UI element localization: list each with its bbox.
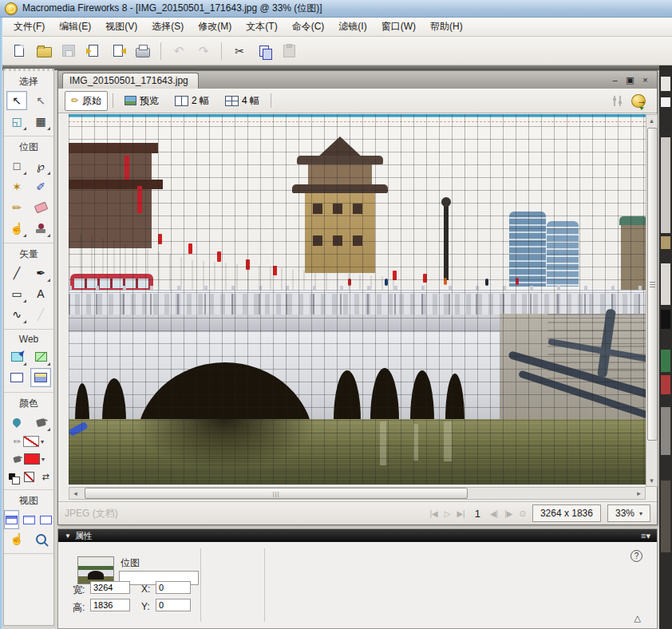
- redo-button[interactable]: ↷: [194, 42, 213, 61]
- four-up-view-button[interactable]: 4 幅: [219, 91, 266, 111]
- full-screen-button[interactable]: [38, 510, 53, 529]
- copy-button[interactable]: [255, 42, 274, 61]
- subselection-tool[interactable]: ↖: [30, 91, 51, 110]
- scroll-up-arrow-icon[interactable]: ▴: [646, 117, 657, 125]
- preview-view-button[interactable]: 预览: [118, 91, 165, 111]
- print-button[interactable]: [133, 42, 152, 61]
- export-button[interactable]: [109, 42, 128, 61]
- document-tab[interactable]: IMG_20150501_171643.jpg: [62, 73, 199, 89]
- previous-frame-icon[interactable]: ◀|: [490, 509, 498, 518]
- new-document-button[interactable]: [10, 42, 29, 61]
- hand-tool[interactable]: ☝: [6, 529, 27, 548]
- next-frame-icon[interactable]: |▶: [504, 509, 512, 518]
- knife-tool[interactable]: ╱: [30, 305, 51, 324]
- pencil-tool[interactable]: ✏: [6, 198, 27, 217]
- eraser-tool[interactable]: [30, 198, 51, 217]
- fill-color-well[interactable]: ▾: [24, 453, 45, 465]
- menu-item-text[interactable]: 文本(T): [239, 18, 284, 36]
- expand-panel-icon[interactable]: △: [634, 613, 641, 623]
- no-color-button[interactable]: [22, 467, 36, 486]
- pointer-tool[interactable]: ↖: [6, 91, 27, 110]
- play-icon[interactable]: ▷: [445, 509, 451, 518]
- hotspot-tool[interactable]: [6, 347, 27, 366]
- undo-button[interactable]: ↶: [169, 42, 188, 61]
- default-colors-button[interactable]: [5, 467, 19, 486]
- properties-panel: ▼ 属性 ≡▾ 位图 宽: X: 高: Y: ? △: [57, 528, 658, 629]
- quick-export-icon[interactable]: [631, 94, 646, 108]
- title-bar[interactable]: Macromedia Fireworks 8 - [IMG_20150501_1…: [0, 0, 672, 18]
- first-frame-icon[interactable]: |◀: [429, 509, 437, 518]
- paste-button[interactable]: [279, 42, 298, 61]
- paint-bucket-tool[interactable]: [30, 413, 51, 432]
- collapse-triangle-icon[interactable]: ▼: [65, 532, 71, 540]
- open-button[interactable]: [34, 42, 53, 61]
- lasso-tool[interactable]: ℘: [30, 156, 51, 176]
- y-input[interactable]: [156, 599, 191, 611]
- smudge-tool[interactable]: ☝: [6, 219, 27, 238]
- swap-colors-button[interactable]: ⇄: [38, 467, 53, 486]
- help-icon[interactable]: ?: [630, 550, 642, 562]
- zoom-level-box[interactable]: 33%▾: [607, 504, 650, 522]
- original-view-button[interactable]: ✏原始: [65, 91, 108, 111]
- marquee-tool[interactable]: □: [6, 156, 27, 176]
- viewbar-right-group: [614, 94, 657, 108]
- scroll-down-arrow-icon[interactable]: ▾: [646, 477, 657, 485]
- full-screen-menus-button[interactable]: [22, 510, 37, 529]
- dock-fragment: [661, 97, 670, 107]
- menu-item-window[interactable]: 窗口(W): [374, 18, 423, 36]
- stroke-color-well[interactable]: ▾: [23, 436, 44, 447]
- two-up-view-button[interactable]: 2 幅: [168, 91, 215, 111]
- zoom-tool[interactable]: [30, 529, 51, 548]
- scroll-right-arrow-icon[interactable]: ▸: [633, 489, 645, 497]
- pen-tool[interactable]: ✒: [30, 263, 51, 283]
- photo-guide-line: [69, 121, 646, 122]
- import-button[interactable]: [84, 42, 103, 61]
- text-tool[interactable]: A: [30, 284, 51, 303]
- menu-item-help[interactable]: 帮助(H): [423, 18, 470, 36]
- eyedropper-tool[interactable]: [6, 413, 27, 432]
- properties-header[interactable]: ▼ 属性 ≡▾: [58, 529, 657, 542]
- tools-section-view-title: 视图: [4, 493, 53, 510]
- standard-screen-button[interactable]: [4, 510, 19, 529]
- hide-slices-button[interactable]: [6, 368, 27, 387]
- paint-bucket-icon: [36, 417, 46, 427]
- doc-restore-button[interactable]: ▣: [625, 75, 635, 85]
- panel-menu-icon[interactable]: ≡▾: [641, 531, 657, 541]
- menu-item-edit[interactable]: 编辑(E): [52, 18, 98, 36]
- brush-tool[interactable]: ✐: [30, 177, 51, 196]
- photo-watchtower-windows: [313, 235, 367, 246]
- doc-close-button[interactable]: ×: [640, 75, 650, 85]
- rectangle-tool[interactable]: ▭: [6, 284, 27, 303]
- menu-item-modify[interactable]: 修改(M): [191, 18, 239, 36]
- vertical-scroll-thumb[interactable]: [647, 128, 658, 441]
- line-tool[interactable]: ╱: [6, 263, 27, 283]
- menu-item-filters[interactable]: 滤镜(I): [331, 18, 374, 36]
- magic-wand-tool[interactable]: ✶: [6, 177, 27, 196]
- scale-tool[interactable]: ◱: [6, 112, 27, 131]
- last-frame-icon[interactable]: ▶|: [457, 509, 464, 518]
- standard-screen-icon: [6, 516, 18, 524]
- rubber-stamp-tool[interactable]: [30, 219, 51, 238]
- save-button[interactable]: [59, 42, 78, 61]
- horizontal-scrollbar[interactable]: ◂ ||| ▸: [69, 487, 646, 500]
- show-slices-button[interactable]: [30, 368, 51, 387]
- canvas[interactable]: [69, 114, 646, 485]
- crop-tool[interactable]: ▦: [30, 112, 51, 131]
- menu-item-file[interactable]: 文件(F): [6, 18, 52, 36]
- slice-tool[interactable]: [30, 347, 51, 366]
- width-input[interactable]: [90, 581, 130, 594]
- preview-settings-icon[interactable]: [614, 96, 622, 106]
- menu-item-select[interactable]: 选择(S): [144, 18, 191, 36]
- height-input[interactable]: [90, 599, 130, 611]
- vertical-scrollbar[interactable]: ▴ ▾: [646, 114, 658, 487]
- loop-icon[interactable]: ⊙: [520, 509, 526, 518]
- menu-item-commands[interactable]: 命令(C): [285, 18, 332, 36]
- cut-button[interactable]: ✂: [230, 42, 249, 61]
- menu-item-view[interactable]: 视图(V): [98, 18, 144, 36]
- x-input[interactable]: [156, 581, 191, 594]
- horizontal-scroll-thumb[interactable]: |||: [85, 488, 468, 499]
- photo-watchtower-eave: [292, 184, 388, 193]
- freeform-tool[interactable]: ∿: [6, 305, 27, 324]
- scroll-left-arrow-icon[interactable]: ◂: [69, 489, 81, 497]
- doc-minimize-button[interactable]: –: [610, 75, 620, 85]
